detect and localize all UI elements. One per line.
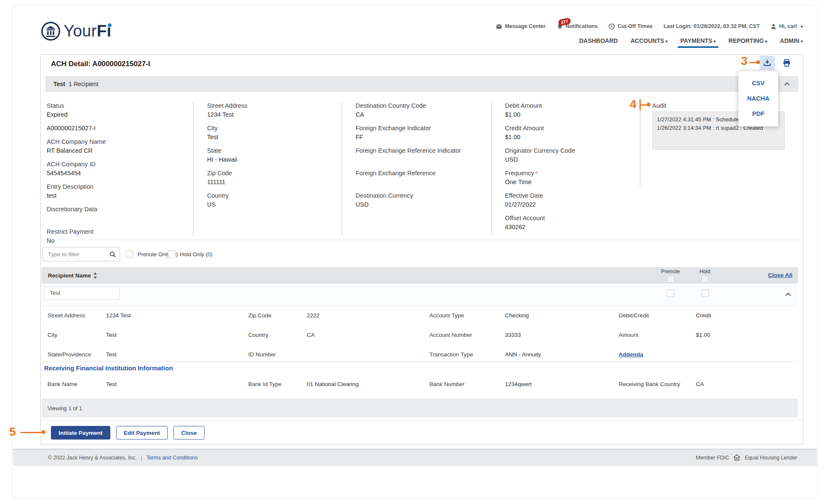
filter-input[interactable]	[47, 251, 109, 258]
addenda-link[interactable]: Addenda	[619, 351, 643, 358]
field-label: Street Address	[207, 102, 334, 109]
hold-column-label: Hold	[699, 269, 710, 274]
print-button[interactable]	[780, 56, 794, 70]
field-label: State	[207, 147, 334, 154]
cell-label: Bank Name	[48, 381, 78, 387]
hold-only-filter: Hold Only (0)	[168, 250, 213, 258]
field-value: No	[47, 237, 187, 244]
recipient-name-cell[interactable]: Test	[44, 287, 120, 300]
nav-admin-label: ADMIN	[780, 37, 799, 44]
viewing-count: Viewing 1 of 1	[48, 405, 82, 412]
field-label: City	[207, 125, 334, 132]
edit-payment-button[interactable]: Edit Payment	[116, 426, 168, 440]
terms-and-conditions-link[interactable]: Terms and Conditions	[146, 455, 198, 461]
field-fx-ref-indicator: Foreign Exchange Reference Indicator	[356, 147, 487, 163]
field-value: $1.00	[505, 134, 632, 141]
menu-item-nacha[interactable]: NACHA	[738, 91, 778, 106]
cell-label: City	[48, 332, 57, 338]
nav-admin[interactable]: ADMIN▾	[780, 37, 803, 48]
last-login-label: Last Login: 01/28/2022, 03:32 PM, CST	[664, 23, 760, 29]
bank-info-row: Bank NameTest Bank Id Type01 National Cl…	[42, 375, 798, 397]
prenote-only-checkbox[interactable]	[126, 250, 133, 258]
field-label: Destination Currency	[356, 192, 487, 199]
field-country: CountryUS	[207, 192, 334, 208]
hold-only-checkbox[interactable]	[168, 250, 176, 258]
recipient-name-column-header[interactable]: Recipient Name	[48, 272, 91, 279]
cell-label: Zip Code	[248, 312, 272, 319]
field-value: US	[207, 201, 334, 208]
hold-column-header: Hold	[694, 269, 715, 283]
notifications-link[interactable]: 277 Notifications	[557, 23, 598, 30]
field-discretionary-data: Discretionary Data	[47, 206, 187, 222]
cell-label: Bank Id Type	[248, 381, 282, 387]
cutoff-times-link[interactable]: Cut-Off Times	[608, 23, 652, 30]
field-label: Foreign Exchange Reference	[356, 170, 487, 176]
download-dropdown-menu: CSV NACHA PDF	[738, 71, 778, 126]
recipient-table-header: Recipient Name	[42, 267, 798, 283]
initiate-payment-button[interactable]: Initiate Payment	[51, 426, 110, 440]
field-value: Test	[207, 134, 334, 141]
cell-value: Credit	[696, 312, 711, 319]
field-fx-indicator: Foreign Exchange IndicatorFF	[356, 125, 487, 141]
cell-label: Debit/Credit	[619, 312, 649, 319]
field-value: USD	[356, 201, 487, 208]
footer: © 2022 Jack Henry & Associates, Inc. | T…	[13, 449, 817, 466]
field-restrict-payment: Restrict PaymentNo	[47, 228, 187, 244]
chevron-up-icon[interactable]	[785, 291, 791, 298]
nav-payments[interactable]: PAYMENTS▾	[680, 37, 716, 48]
hold-all-checkbox[interactable]	[701, 275, 709, 283]
rfi-heading: Receiving Financial Institution Informat…	[44, 364, 173, 372]
member-fdic-label: Member FDIC	[696, 455, 729, 461]
annotation-dot	[647, 103, 651, 106]
menu-item-csv[interactable]: CSV	[738, 76, 778, 91]
field-value: 430262	[505, 224, 632, 231]
cell-value: CA	[307, 332, 315, 338]
field-label: Destination Country Code	[356, 102, 487, 109]
viewing-status-bar: Viewing 1 of 1	[42, 399, 798, 417]
chevron-down-icon: ▾	[801, 24, 803, 29]
annotation-dot	[756, 60, 760, 64]
section-divider	[42, 361, 798, 362]
download-button[interactable]	[760, 56, 775, 70]
cell-label: Bank Number	[429, 381, 465, 387]
recipient-row	[42, 283, 798, 306]
column-divider	[193, 102, 193, 235]
equal-housing-label: Equal Housing Lender	[745, 455, 797, 461]
field-label: Offset Account	[505, 215, 632, 221]
message-center-link[interactable]: Message Center	[496, 23, 546, 29]
sort-icon[interactable]	[93, 272, 97, 279]
menu-item-pdf[interactable]: PDF	[738, 106, 778, 121]
field-status: StatusExpired	[47, 102, 187, 118]
annotation-dot	[42, 430, 45, 434]
field-label: Entry Description	[47, 183, 187, 190]
close-button[interactable]: Close	[174, 426, 205, 440]
cell-value: CA	[696, 381, 704, 387]
recipient-section-header[interactable]: Test 1 Recipient	[45, 76, 798, 92]
close-all-link[interactable]: Close All	[768, 272, 792, 278]
prenote-all-checkbox[interactable]	[667, 275, 674, 283]
nav-dashboard[interactable]: DASHBOARD	[579, 37, 618, 48]
column-divider	[640, 101, 640, 188]
user-menu-label: Hi, carl	[779, 23, 797, 29]
chevron-up-icon[interactable]	[784, 82, 790, 86]
field-label: ACH Company Name	[47, 138, 187, 145]
printer-icon	[782, 59, 791, 67]
chevron-down-icon: ▾	[765, 39, 767, 44]
user-menu[interactable]: Hi, carl ▾	[771, 23, 803, 30]
envelope-icon	[496, 24, 502, 29]
detail-column-foreign-exchange: Destination Country CodeCA Foreign Excha…	[356, 102, 487, 208]
nav-accounts[interactable]: ACCOUNTS▾	[631, 37, 667, 48]
row-prenote-checkbox[interactable]	[667, 289, 674, 297]
cell-value: 01 National Clearing	[307, 381, 359, 387]
field-street-address: Street Address1234 Test	[207, 102, 334, 118]
nav-dashboard-label: DASHBOARD	[579, 37, 618, 44]
field-value: HI - Hawaii	[207, 156, 334, 163]
field-value: 01/27/2022	[505, 201, 632, 208]
cell-label: Account Type	[429, 312, 464, 319]
row-hold-checkbox[interactable]	[701, 289, 709, 297]
recipient-detail-row: Street Address1234 Test Zip Code2222 Acc…	[42, 306, 798, 326]
field-entry-description: Entry Descriptiontest	[47, 183, 187, 199]
nav-reporting[interactable]: REPORTING▾	[729, 37, 767, 48]
detail-column-address: Street Address1234 Test CityTest StateHI…	[207, 102, 334, 208]
annotation-number-4: 4	[630, 98, 637, 110]
